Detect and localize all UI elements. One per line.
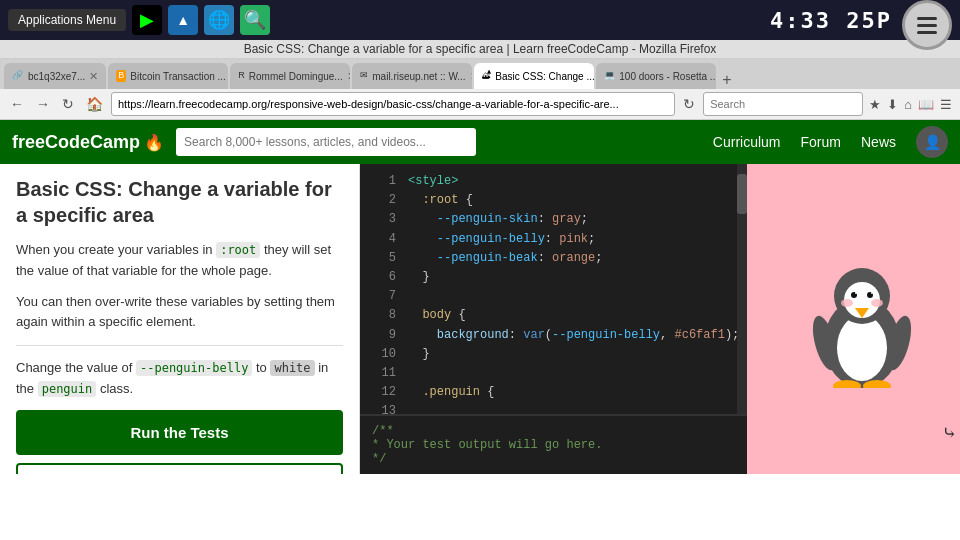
nav-link-curriculum[interactable]: Curriculum (713, 134, 781, 150)
line-num-13: 13 (368, 402, 396, 414)
reload-button[interactable]: ↻ (58, 94, 78, 114)
fire-icon: 🔥 (144, 133, 164, 152)
user-avatar[interactable]: 👤 (916, 126, 948, 158)
divider (16, 345, 343, 346)
tab-favicon-fcc: 🏕 (482, 70, 491, 82)
nav-home-icon[interactable]: ⌂ (902, 95, 914, 114)
home-button[interactable]: 🏠 (82, 94, 107, 114)
address-bar-input[interactable] (111, 92, 675, 116)
line-content-8: body { (408, 306, 739, 325)
tab-rommel[interactable]: R Rommel Domingue... ✕ (230, 63, 350, 89)
browser-tabs-bar: 🔗 bc1q32xe7... ✕ B Bitcoin Transaction .… (0, 59, 960, 89)
menu-icon[interactable]: ☰ (938, 95, 954, 114)
back-button[interactable]: ← (6, 94, 28, 114)
line-num-12: 12 (368, 383, 396, 402)
nav-icon-group: ★ ⬇ ⌂ 📖 ☰ (867, 95, 954, 114)
line-num-4: 4 (368, 230, 396, 249)
line-num-5: 5 (368, 249, 396, 268)
run-tests-button[interactable]: Run the Tests (16, 410, 343, 455)
code-line-10: 10 } (360, 345, 747, 364)
line-num-3: 3 (368, 210, 396, 229)
code-line-12: 12 .penguin { (360, 383, 747, 402)
nav-link-news[interactable]: News (861, 134, 896, 150)
fcc-logo-text: freeCodeCamp (12, 132, 140, 153)
shark-icon[interactable]: ▲ (168, 5, 198, 35)
line-num-11: 11 (368, 364, 396, 383)
output-line-3: */ (372, 452, 735, 466)
lesson-paragraph-3: Change the value of --penguin-belly to w… (16, 358, 343, 400)
globe-icon[interactable]: 🌐 (204, 5, 234, 35)
lesson-paragraph-2: You can then over-write these variables … (16, 292, 343, 334)
penguin-container (807, 248, 917, 391)
tab-label-100doors: 100 doors - Rosetta ... (619, 71, 716, 82)
code-line-3: 3 --penguin-skin: gray; (360, 210, 747, 229)
mouse-cursor: ⤷ (942, 422, 957, 444)
tab-label-bc1q: bc1q32xe7... (28, 71, 85, 82)
tab-bc1q[interactable]: 🔗 bc1q32xe7... ✕ (4, 63, 106, 89)
line-content-6: } (408, 268, 739, 287)
magnifier-icon[interactable]: 🔍 (240, 5, 270, 35)
penguin-belly-code: --penguin-belly (136, 360, 252, 376)
new-tab-button[interactable]: + (718, 71, 735, 89)
line-num-8: 8 (368, 306, 396, 325)
bookmark-icon[interactable]: ★ (867, 95, 883, 114)
white-code: white (270, 360, 314, 376)
tab-close-bc1q[interactable]: ✕ (89, 70, 98, 83)
svg-point-9 (871, 292, 873, 294)
line-content-2: :root { (408, 191, 739, 210)
root-code: :root (216, 242, 260, 258)
menu-circle-button[interactable] (902, 0, 952, 50)
tab-label-rommel: Rommel Domingue... (249, 71, 343, 82)
code-line-4: 4 --penguin-belly: pink; (360, 230, 747, 249)
svg-point-8 (855, 292, 857, 294)
terminal-icon[interactable]: ▶ (132, 5, 162, 35)
tab-mail[interactable]: ✉ mail.riseup.net :: W... ✕ (352, 63, 472, 89)
tab-close-mail[interactable]: ✕ (470, 70, 473, 83)
line-content-12: .penguin { (408, 383, 739, 402)
refresh-button[interactable]: ↻ (679, 94, 699, 114)
reset-code-button[interactable]: Reset All Code (16, 463, 343, 474)
fcc-search-input[interactable] (176, 128, 476, 156)
lesson-title: Basic CSS: Change a variable for a speci… (16, 176, 343, 228)
tab-label-bitcoin: Bitcoin Transaction ... (130, 71, 226, 82)
browser-search-input[interactable] (703, 92, 863, 116)
tab-favicon-mail: ✉ (360, 70, 368, 82)
svg-point-1 (837, 315, 887, 381)
tab-label-fcc: Basic CSS: Change ... (495, 71, 594, 82)
browser-title-bar: Basic CSS: Change a variable for a speci… (0, 40, 960, 59)
editor-scrollbar[interactable] (737, 164, 747, 414)
tab-bitcoin[interactable]: B Bitcoin Transaction ... ✕ (108, 63, 228, 89)
code-editor[interactable]: 1 <style> 2 :root { 3 --penguin-skin: gr… (360, 164, 747, 414)
code-line-8: 8 body { (360, 306, 747, 325)
browser-nav-bar: ← → ↻ 🏠 ↻ ★ ⬇ ⌂ 📖 ☰ (0, 89, 960, 120)
scrollbar-thumb (737, 174, 747, 214)
line-content-13 (408, 402, 739, 414)
applications-menu[interactable]: Applications Menu (8, 9, 126, 31)
reader-icon[interactable]: 📖 (916, 95, 936, 114)
code-editor-panel: 1 <style> 2 :root { 3 --penguin-skin: gr… (360, 164, 747, 474)
lesson-panel: Basic CSS: Change a variable for a speci… (0, 164, 360, 474)
fcc-nav-links: Curriculum Forum News 👤 (713, 126, 948, 158)
fcc-navbar: freeCodeCamp 🔥 Curriculum Forum News 👤 (0, 120, 960, 164)
tab-favicon-bitcoin: B (116, 70, 126, 82)
code-line-1: 1 <style> (360, 172, 747, 191)
svg-point-11 (871, 299, 883, 307)
tab-fcc-active[interactable]: 🏕 Basic CSS: Change ... ✕ (474, 63, 594, 89)
line-num-6: 6 (368, 268, 396, 287)
nav-link-forum[interactable]: Forum (801, 134, 841, 150)
tab-close-rommel[interactable]: ✕ (347, 70, 351, 83)
line-num-1: 1 (368, 172, 396, 191)
line-num-9: 9 (368, 326, 396, 345)
line-num-7: 7 (368, 287, 396, 306)
output-panel: /** * Your test output will go here. */ (360, 414, 747, 474)
svg-point-10 (841, 299, 853, 307)
line-content-7 (408, 287, 739, 306)
forward-button[interactable]: → (32, 94, 54, 114)
line-num-2: 2 (368, 191, 396, 210)
tab-100doors[interactable]: 💻 100 doors - Rosetta ... ✕ (596, 63, 716, 89)
penguin-class-code: penguin (38, 381, 97, 397)
code-line-13: 13 (360, 402, 747, 414)
preview-panel: ⤷ (747, 164, 960, 474)
download-icon[interactable]: ⬇ (885, 95, 900, 114)
fcc-logo[interactable]: freeCodeCamp 🔥 (12, 132, 164, 153)
